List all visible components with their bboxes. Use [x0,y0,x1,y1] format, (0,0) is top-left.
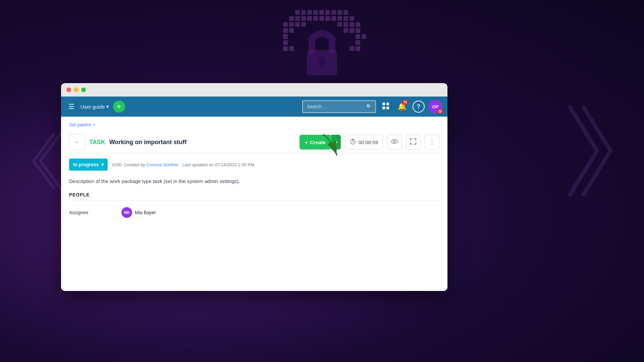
status-dropdown-icon: ▾ [101,162,104,167]
svg-rect-39 [289,46,294,51]
set-parent-label: Set parent [69,122,91,127]
hamburger-menu-button[interactable]: ☰ [66,101,76,113]
svg-rect-37 [356,40,360,45]
user-guide-label: User guide [80,104,105,110]
people-section: PEOPLE Assignee MB Mia Bayer [69,192,439,222]
svg-rect-18 [343,16,348,21]
bg-grid-pattern [255,7,389,80]
svg-rect-17 [337,16,342,21]
svg-rect-13 [313,16,318,21]
svg-rect-41 [356,46,360,51]
traffic-light-green[interactable] [81,87,86,92]
bg-chevrons-right [564,101,617,201]
svg-rect-0 [295,10,300,15]
svg-rect-7 [337,10,342,15]
svg-rect-40 [350,46,354,51]
content-area: Set parent + ← TASK Working on important… [61,117,447,291]
svg-rect-26 [350,22,354,27]
task-description: Description of the work package type tas… [69,177,439,185]
app-window: ☰ User guide ▾ + 🔍 🔔 79 ? [61,83,447,291]
assignee-avatar-initials: MB [124,210,129,215]
timer-value: 00:00:59 [359,139,378,145]
create-button-group: + Create ▾ [300,135,340,149]
svg-rect-5 [325,10,330,15]
svg-rect-46 [386,103,389,105]
task-header: ← TASK Working on important stuff + Crea… [69,131,439,153]
user-avatar-menu[interactable]: OP [429,100,442,113]
status-row: In progress ▾ #330: Created by Corinna G… [69,159,439,171]
fullscreen-button[interactable] [406,135,421,149]
create-label: Create [310,139,326,145]
assignee-row: Assignee MB Mia Bayer [69,203,439,222]
assignee-avatar: MB [121,207,132,218]
svg-rect-25 [343,22,348,27]
timer-icon [350,138,356,146]
traffic-light-yellow[interactable] [74,87,78,92]
task-type-label: TASK [89,139,105,146]
add-new-button[interactable]: + [113,101,125,113]
avatar-timer-indicator [437,109,443,114]
notification-badge: 79 [401,100,409,105]
set-parent-button[interactable]: Set parent + [69,122,439,127]
window-titlebar [61,83,447,97]
search-icon: 🔍 [366,104,373,110]
back-button[interactable]: ← [69,134,85,150]
watch-icon [391,138,398,146]
task-title: Working on important stuff [109,139,187,146]
assignee-name: Mia Bayer [135,210,156,215]
svg-rect-19 [350,16,354,21]
svg-rect-11 [301,16,306,21]
svg-rect-32 [356,28,360,33]
watch-button[interactable] [387,135,402,149]
svg-rect-31 [350,28,354,33]
meta-suffix: . Last updated on 07/14/2023 1:35 PM. [180,162,255,167]
svg-rect-48 [386,107,389,109]
svg-rect-30 [343,28,348,33]
svg-rect-34 [356,34,360,39]
more-options-button[interactable]: ⋮ [425,135,439,149]
more-icon: ⋮ [429,138,435,146]
create-button[interactable]: + Create [300,135,331,149]
svg-rect-47 [382,107,385,109]
help-label: ? [417,104,420,110]
svg-rect-8 [343,10,348,15]
svg-rect-20 [283,22,288,27]
notifications-button[interactable]: 🔔 79 [395,100,409,113]
svg-rect-12 [307,16,312,21]
user-guide-dropdown-icon: ▾ [106,104,109,110]
search-container: 🔍 [302,100,376,113]
help-button[interactable]: ? [413,101,425,113]
avatar-initials: OP [432,104,439,109]
traffic-light-red[interactable] [66,87,71,92]
create-plus-icon: + [305,139,308,145]
svg-rect-33 [283,34,288,39]
timer-button[interactable]: 00:00:59 [345,135,383,149]
svg-rect-16 [331,16,336,21]
svg-rect-45 [382,103,385,105]
people-section-title: PEOPLE [69,192,439,200]
svg-rect-2 [307,10,312,15]
svg-rect-22 [295,22,300,27]
navbar: ☰ User guide ▾ + 🔍 🔔 79 ? [61,97,447,117]
create-dropdown-icon: ▾ [335,139,337,145]
svg-rect-4 [319,10,324,15]
meta-author-link[interactable]: Corinna Günther [147,162,179,167]
svg-rect-23 [301,22,306,27]
grid-apps-button[interactable] [380,100,391,113]
svg-rect-38 [283,46,288,51]
svg-point-56 [391,139,397,143]
search-input[interactable] [302,100,376,113]
svg-rect-24 [337,22,342,27]
back-icon: ← [74,139,80,146]
svg-point-57 [394,140,395,142]
status-label: In progress [73,162,99,167]
user-guide-menu[interactable]: User guide ▾ [80,104,109,110]
create-dropdown-button[interactable]: ▾ [331,135,341,149]
svg-rect-9 [289,16,294,21]
svg-rect-36 [283,40,288,45]
assignee-value: MB Mia Bayer [121,207,156,218]
status-badge[interactable]: In progress ▾ [69,159,108,171]
svg-rect-10 [295,16,300,21]
status-meta: #330: Created by Corinna Günther . Last … [112,162,255,167]
svg-rect-35 [362,34,366,39]
